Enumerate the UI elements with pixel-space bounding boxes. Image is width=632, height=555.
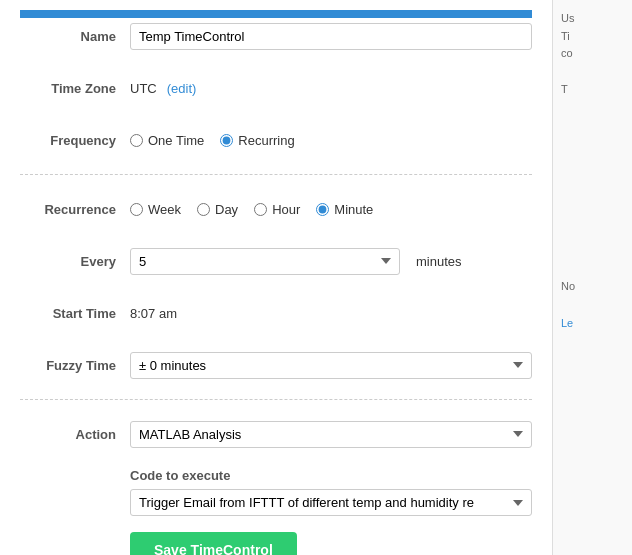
- recurrence-minute[interactable]: Minute: [316, 202, 373, 217]
- recurrence-day-label: Day: [215, 202, 238, 217]
- timezone-label: Time Zone: [20, 81, 130, 96]
- every-label: Every: [20, 254, 130, 269]
- side-link-le[interactable]: Le: [561, 317, 573, 329]
- top-bar: [20, 10, 532, 18]
- every-row: Every 1 2 3 4 5 10 15 30 minutes: [20, 243, 532, 279]
- action-value-container: MATLAB Analysis Email Webhook: [130, 421, 532, 448]
- frequency-recurring-radio[interactable]: [220, 134, 233, 147]
- recurrence-week[interactable]: Week: [130, 202, 181, 217]
- timezone-row: Time Zone UTC (edit): [20, 70, 532, 106]
- name-label: Name: [20, 29, 130, 44]
- side-text-1: UsTico: [561, 10, 624, 63]
- start-time-value-container: 8:07 am: [130, 306, 532, 321]
- every-value-container: 1 2 3 4 5 10 15 30 minutes: [130, 248, 532, 275]
- recurrence-minute-radio[interactable]: [316, 203, 329, 216]
- name-row: Name: [20, 18, 532, 54]
- divider-2: [20, 399, 532, 400]
- frequency-recurring[interactable]: Recurring: [220, 133, 294, 148]
- divider-1: [20, 174, 532, 175]
- side-panel: UsTico T No Le: [552, 0, 632, 555]
- code-select-container: Trigger Email from IFTTT of different te…: [130, 489, 532, 516]
- timezone-text: UTC: [130, 81, 157, 96]
- name-value-container: [130, 23, 532, 50]
- recurrence-minute-label: Minute: [334, 202, 373, 217]
- name-input[interactable]: [130, 23, 532, 50]
- save-section: Save TimeControl: [20, 528, 532, 555]
- start-time-row: Start Time 8:07 am: [20, 295, 532, 331]
- fuzzy-time-select[interactable]: ± 0 minutes ± 1 minute ± 5 minutes ± 10 …: [130, 352, 532, 379]
- frequency-label: Frequency: [20, 133, 130, 148]
- frequency-row: Frequency One Time Recurring: [20, 122, 532, 158]
- fuzzy-time-row: Fuzzy Time ± 0 minutes ± 1 minute ± 5 mi…: [20, 347, 532, 383]
- frequency-one-time[interactable]: One Time: [130, 133, 204, 148]
- code-label: Code to execute: [130, 468, 532, 483]
- recurrence-hour-label: Hour: [272, 202, 300, 217]
- recurrence-row: Recurrence Week Day Hour Minute: [20, 191, 532, 227]
- timezone-edit-link[interactable]: (edit): [167, 81, 197, 96]
- recurrence-hour[interactable]: Hour: [254, 202, 300, 217]
- frequency-options: One Time Recurring: [130, 133, 532, 148]
- recurrence-options: Week Day Hour Minute: [130, 202, 532, 217]
- save-button[interactable]: Save TimeControl: [130, 532, 297, 555]
- timezone-value-container: UTC (edit): [130, 81, 532, 96]
- every-select[interactable]: 1 2 3 4 5 10 15 30: [130, 248, 400, 275]
- recurrence-day-radio[interactable]: [197, 203, 210, 216]
- frequency-one-time-radio[interactable]: [130, 134, 143, 147]
- action-select[interactable]: MATLAB Analysis Email Webhook: [130, 421, 532, 448]
- fuzzy-time-label: Fuzzy Time: [20, 358, 130, 373]
- recurrence-hour-radio[interactable]: [254, 203, 267, 216]
- frequency-one-time-label: One Time: [148, 133, 204, 148]
- code-select[interactable]: Trigger Email from IFTTT of different te…: [130, 489, 532, 516]
- side-text-no: No: [561, 278, 624, 296]
- main-panel: Name Time Zone UTC (edit) Frequency One …: [0, 0, 552, 555]
- recurrence-week-radio[interactable]: [130, 203, 143, 216]
- start-time-text: 8:07 am: [130, 306, 177, 321]
- frequency-recurring-label: Recurring: [238, 133, 294, 148]
- side-text-2: T: [561, 81, 624, 99]
- start-time-label: Start Time: [20, 306, 130, 321]
- code-section: Code to execute Trigger Email from IFTTT…: [20, 468, 532, 516]
- fuzzy-time-value-container: ± 0 minutes ± 1 minute ± 5 minutes ± 10 …: [130, 352, 532, 379]
- recurrence-label: Recurrence: [20, 202, 130, 217]
- action-label: Action: [20, 427, 130, 442]
- recurrence-day[interactable]: Day: [197, 202, 238, 217]
- every-suffix: minutes: [416, 254, 462, 269]
- recurrence-week-label: Week: [148, 202, 181, 217]
- action-row: Action MATLAB Analysis Email Webhook: [20, 416, 532, 452]
